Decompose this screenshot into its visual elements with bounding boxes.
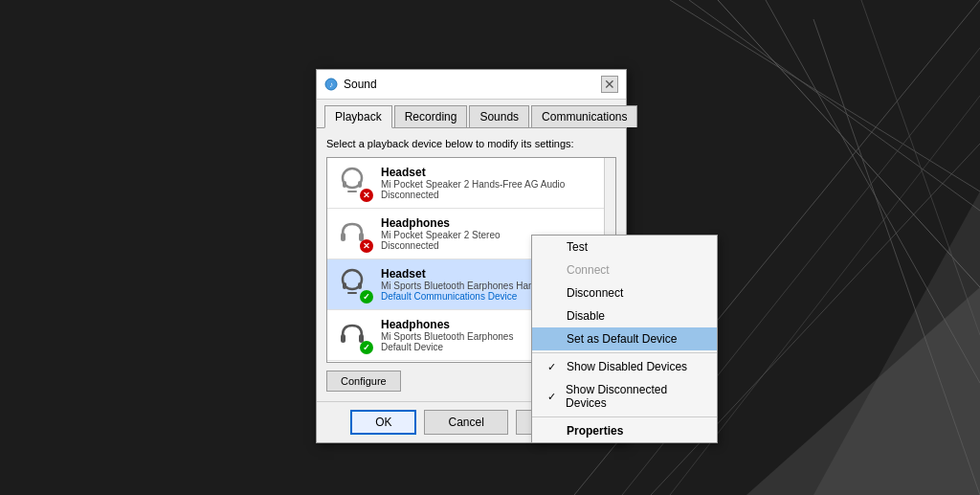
device-name: Headphones <box>381 216 608 230</box>
ctx-item-show-disabled[interactable]: ✓ Show Disabled Devices <box>532 355 717 378</box>
ctx-item-connect: Connect <box>532 259 717 281</box>
window-title: Sound <box>344 78 377 91</box>
close-button[interactable]: ✕ <box>601 76 618 93</box>
svg-rect-25 <box>341 334 345 343</box>
sound-icon: ♪ <box>324 78 338 91</box>
tabs-bar: Playback Recording Sounds Communications <box>317 100 626 128</box>
device-item[interactable]: ✕ Headset Mi Pocket Speaker 2 Hands-Free… <box>327 158 615 209</box>
tab-communications[interactable]: Communications <box>531 105 637 127</box>
svg-rect-16 <box>343 181 346 188</box>
ok-button[interactable]: OK <box>350 410 416 435</box>
status-badge-connected: ✓ <box>360 290 373 304</box>
device-sub: Mi Pocket Speaker 2 Hands-Free AG Audio <box>381 179 608 190</box>
device-icon-wrap: ✕ <box>335 164 373 202</box>
ctx-item-show-disconnected[interactable]: ✓ Show Disconnected Devices <box>532 378 717 415</box>
title-bar: ♪ Sound ✕ <box>317 70 626 100</box>
device-name: Headset <box>381 166 608 179</box>
device-info: Headset Mi Pocket Speaker 2 Hands-Free A… <box>381 166 608 200</box>
ctx-item-set-default[interactable]: Set as Default Device <box>532 327 717 350</box>
ctx-item-test[interactable]: Test <box>532 236 717 259</box>
ctx-separator-1 <box>532 352 717 353</box>
device-status: Disconnected <box>381 190 608 200</box>
ctx-label-show-disabled: Show Disabled Devices <box>567 360 687 373</box>
ctx-label-show-disconnected: Show Disconnected Devices <box>566 383 702 410</box>
ctx-label-test: Test <box>567 240 588 254</box>
context-menu: Test Connect Disconnect Disable Set as D… <box>531 235 718 443</box>
device-icon-wrap: ✓ <box>335 316 373 354</box>
ctx-label-connect: Connect <box>567 263 610 277</box>
tab-recording[interactable]: Recording <box>394 105 468 127</box>
tab-sounds[interactable]: Sounds <box>469 105 529 127</box>
svg-rect-23 <box>358 282 362 289</box>
status-badge-disconnected: ✕ <box>360 189 373 202</box>
ctx-item-properties[interactable]: Properties <box>532 419 717 442</box>
title-bar-left: ♪ Sound <box>324 78 377 91</box>
svg-rect-18 <box>347 191 357 192</box>
ctx-label-set-default: Set as Default Device <box>567 332 677 346</box>
status-badge-disconnected: ✕ <box>360 239 373 253</box>
svg-rect-24 <box>347 292 357 294</box>
tab-playback[interactable]: Playback <box>324 105 392 128</box>
ctx-label-disable: Disable <box>567 309 605 323</box>
device-icon-wrap: ✓ <box>335 265 373 304</box>
cancel-button[interactable]: Cancel <box>424 410 507 435</box>
configure-button[interactable]: Configure <box>326 371 401 392</box>
ctx-item-disable[interactable]: Disable <box>532 304 717 327</box>
ctx-check-show-disabled: ✓ <box>547 361 561 373</box>
svg-rect-17 <box>358 181 362 188</box>
ctx-item-disconnect[interactable]: Disconnect <box>532 281 717 304</box>
ctx-check-show-disconnected: ✓ <box>547 391 560 403</box>
status-badge-connected: ✓ <box>360 341 373 354</box>
instruction-text: Select a playback device below to modify… <box>326 138 616 149</box>
svg-rect-22 <box>343 282 346 289</box>
ctx-separator-2 <box>532 416 717 417</box>
svg-rect-19 <box>341 233 345 241</box>
svg-text:♪: ♪ <box>329 80 333 89</box>
ctx-label-properties: Properties <box>567 424 623 438</box>
ctx-label-disconnect: Disconnect <box>567 286 623 300</box>
device-icon-wrap: ✕ <box>335 214 373 253</box>
